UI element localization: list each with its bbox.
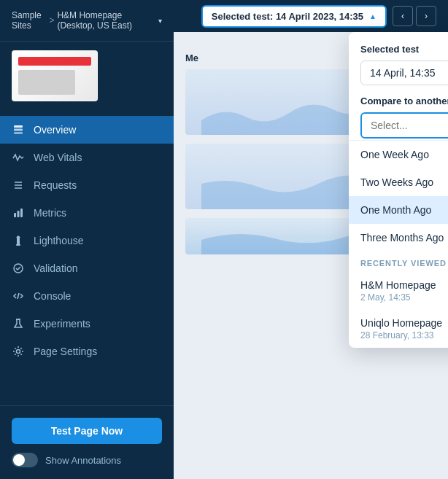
thumbnail-image [12, 50, 98, 101]
selected-test-section-label: Selected test [360, 44, 448, 55]
sidebar-item-experiments-label: Experiments [34, 318, 90, 330]
lighthouse-icon [12, 234, 25, 247]
sidebar-item-overview-label: Overview [34, 124, 76, 136]
dropdown-options-list: One Week Ago Two Weeks Ago One Month Ago… [349, 140, 448, 348]
breadcrumb-separator: > [49, 15, 54, 26]
annotations-row: Show Annotations [12, 453, 162, 467]
sidebar-item-page-settings-label: Page Settings [34, 346, 97, 357]
recent-item-hm-date: 2 May, 14:35 [360, 292, 448, 303]
code-icon [12, 289, 25, 303]
recent-item-hm[interactable]: H&M Homepage 2 May, 14:35 🖥 [349, 272, 448, 310]
sidebar-item-validation[interactable]: Validation [0, 254, 174, 282]
list-icon [12, 179, 25, 192]
breadcrumb-current: H&M Homepage (Desktop, US East) [57, 10, 152, 31]
check-circle-icon [12, 262, 25, 275]
prev-test-button[interactable]: ‹ [393, 6, 413, 26]
sidebar-item-console[interactable]: Console [0, 282, 174, 310]
recent-item-uniqlo-info: Uniqlo Homepage 28 February, 13:33 [360, 317, 448, 340]
selected-test-field[interactable]: 14 April, 14:35 ▾ [360, 61, 448, 85]
compare-search-input[interactable] [371, 120, 448, 131]
svg-rect-0 [14, 125, 23, 128]
breadcrumb[interactable]: Sample Sites > H&M Homepage (Desktop, US… [12, 10, 162, 31]
option-three-months-ago[interactable]: Three Months Ago [349, 224, 448, 252]
sidebar: Sample Sites > H&M Homepage (Desktop, US… [0, 0, 174, 479]
nav-arrows: ‹ › [393, 6, 436, 26]
test-selector-chevron-icon: ▲ [369, 12, 376, 20]
recent-item-uniqlo-date: 28 February, 13:33 [360, 330, 448, 340]
sidebar-item-console-label: Console [34, 290, 71, 302]
next-test-button[interactable]: › [416, 6, 436, 26]
svg-point-15 [17, 350, 20, 354]
sidebar-item-overview[interactable]: Overview [0, 116, 174, 144]
sidebar-item-requests-label: Requests [34, 179, 77, 191]
main-content: Selected test: 14 April 2023, 14:35 ▲ ‹ … [174, 0, 448, 479]
svg-rect-8 [20, 209, 23, 217]
main-header: Selected test: 14 April 2023, 14:35 ▲ ‹ … [174, 0, 448, 32]
flask-icon [12, 317, 25, 330]
sidebar-item-requests[interactable]: Requests [0, 171, 174, 199]
sidebar-item-lighthouse[interactable]: Lighthouse [0, 227, 174, 254]
layers-icon [12, 123, 25, 136]
annotations-label: Show Annotations [45, 455, 121, 466]
svg-line-13 [18, 293, 19, 299]
compare-input-row[interactable]: ▾ [360, 112, 448, 139]
sidebar-item-experiments[interactable]: Experiments [0, 310, 174, 338]
option-two-weeks-ago[interactable]: Two Weeks Ago [349, 168, 448, 196]
test-page-now-button[interactable]: Test Page Now [12, 418, 162, 444]
compare-label: Compare to another test [360, 96, 448, 106]
sidebar-item-web-vitals-label: Web Vitals [34, 152, 82, 163]
recent-item-uniqlo-name: Uniqlo Homepage [360, 317, 448, 329]
svg-marker-10 [16, 235, 20, 238]
test-selector-button[interactable]: Selected test: 14 April 2023, 14:35 ▲ [201, 5, 387, 28]
option-one-week-ago[interactable]: One Week Ago [349, 141, 448, 168]
sidebar-item-page-settings[interactable]: Page Settings [0, 338, 174, 365]
selected-test-value: 14 April, 14:35 [370, 67, 448, 79]
svg-rect-11 [16, 244, 20, 246]
sidebar-header: Sample Sites > H&M Homepage (Desktop, US… [0, 0, 174, 42]
option-one-month-ago[interactable]: One Month Ago [349, 196, 448, 224]
site-thumbnail [0, 42, 174, 110]
sidebar-nav: Overview Web Vitals Requests [0, 110, 174, 405]
svg-rect-1 [14, 129, 23, 131]
sidebar-item-lighthouse-label: Lighthouse [34, 235, 84, 246]
sidebar-item-validation-label: Validation [34, 262, 77, 274]
sidebar-item-web-vitals[interactable]: Web Vitals [0, 144, 174, 171]
compare-test-dropdown: Selected test 14 April, 14:35 ▾ Compare … [349, 32, 448, 348]
annotations-toggle[interactable] [12, 453, 38, 467]
svg-rect-7 [18, 211, 20, 217]
recent-item-hm-info: H&M Homepage 2 May, 14:35 [360, 279, 448, 303]
metrics-section-label: Me [185, 52, 198, 63]
sidebar-footer: Test Page Now Show Annotations [0, 405, 174, 479]
recent-item-hm-name: H&M Homepage [360, 279, 448, 291]
dropdown-header: Selected test 14 April, 14:35 ▾ Compare … [349, 32, 448, 139]
breadcrumb-chevron-icon: ▾ [158, 17, 162, 25]
gear-icon [12, 345, 25, 358]
activity-icon [12, 151, 25, 164]
bar-chart-icon [12, 206, 25, 219]
svg-rect-6 [14, 213, 16, 217]
breadcrumb-parent: Sample Sites [12, 10, 46, 31]
recently-viewed-label: RECENTLY VIEWED [349, 252, 448, 272]
sidebar-item-metrics-label: Metrics [34, 207, 66, 219]
sidebar-item-metrics[interactable]: Metrics [0, 199, 174, 227]
recent-item-uniqlo[interactable]: Uniqlo Homepage 28 February, 13:33 🖥 [349, 310, 448, 348]
test-selector-label: Selected test: 14 April 2023, 14:35 [212, 11, 363, 22]
svg-rect-2 [14, 132, 23, 134]
